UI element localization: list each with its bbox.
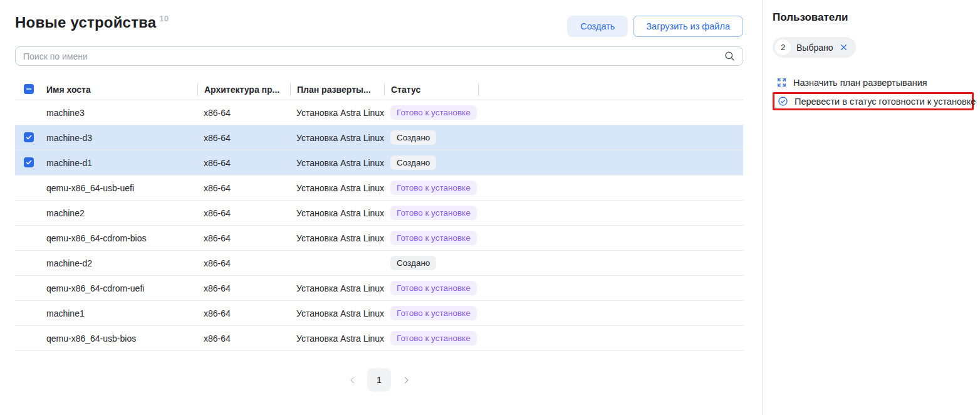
table-header: Имя хоста Архитектура пр... План разверт… (15, 79, 743, 100)
expand-icon (776, 77, 787, 88)
sidebar-action-label: Назначить план развертывания (793, 78, 927, 88)
selection-label: Выбрано (796, 43, 833, 53)
host-name-cell: machine-d1 (40, 158, 197, 168)
status-badge: Готово к установке (390, 105, 477, 120)
column-header-status[interactable]: Статус (384, 83, 478, 96)
toolbar: Создать Загрузить из файла (567, 16, 743, 37)
app-window: Новые устройства10 Создать Загрузить из … (0, 0, 980, 415)
status-badge: Готово к установке (390, 281, 477, 295)
device-count-badge: 10 (159, 14, 169, 23)
architecture-cell: x86-64 (197, 283, 290, 293)
status-cell: Готово к установке (384, 231, 478, 245)
status-badge: Готово к установке (390, 181, 477, 195)
architecture-cell: x86-64 (197, 233, 290, 243)
previous-page-button[interactable] (347, 375, 357, 385)
status-cell: Готово к установке (384, 306, 478, 320)
sidebar-panel: Пользователи 2 Выбрано Назначить план ра… (763, 0, 980, 415)
status-cell: Готово к установке (384, 331, 478, 345)
sidebar-action[interactable]: Перевести в статус готовности к установк… (773, 92, 974, 110)
row-checkbox-cell (15, 233, 40, 243)
architecture-cell: x86-64 (197, 208, 290, 218)
deployment-plan-cell: Установка Astra Linux (290, 208, 384, 218)
row-checkbox-cell (15, 107, 40, 118)
table-row[interactable]: qemu-x86_64-cdrom-uefi x86-64 Установка … (15, 276, 743, 301)
table-row[interactable]: qemu-x86_64-usb-bios x86-64 Установка As… (15, 326, 743, 351)
table-row[interactable]: machine-d3 x86-64 Установка Astra Linux … (15, 125, 743, 150)
row-checkbox-cell (15, 182, 40, 193)
page-title-text: Новые устройства (15, 14, 156, 31)
row-checkbox[interactable] (24, 132, 34, 142)
create-button[interactable]: Создать (567, 16, 628, 37)
table-row[interactable]: machine3 x86-64 Установка Astra Linux Го… (15, 100, 743, 125)
devices-table: Имя хоста Архитектура пр... План разверт… (15, 79, 743, 351)
deployment-plan-cell: Установка Astra Linux (290, 183, 384, 193)
selection-chip: 2 Выбрано (773, 37, 856, 58)
sidebar-action-label: Перевести в статус готовности к установк… (795, 97, 976, 107)
table-row[interactable]: machine1 x86-64 Установка Astra Linux Го… (15, 301, 743, 326)
next-page-button[interactable] (401, 375, 411, 385)
status-cell: Создано (384, 130, 478, 145)
host-name-cell: qemu-x86_64-usb-uefi (40, 183, 197, 193)
page-header: Новые устройства10 Создать Загрузить из … (15, 14, 743, 37)
status-cell: Готово к установке (384, 281, 478, 295)
column-header-filler (478, 83, 743, 96)
sidebar-title: Пользователи (773, 11, 972, 24)
select-all-checkbox[interactable] (24, 84, 34, 94)
deployment-plan-cell: Установка Astra Linux (290, 233, 384, 243)
status-cell: Готово к установке (384, 181, 478, 195)
actions-list: Назначить план развертывания Перевести в… (773, 74, 972, 110)
page-title: Новые устройства10 (15, 14, 169, 31)
status-cell: Готово к установке (384, 206, 478, 220)
row-checkbox-cell (15, 333, 40, 344)
status-cell: Создано (384, 256, 478, 270)
table-row[interactable]: machine-d1 x86-64 Установка Astra Linux … (15, 150, 743, 176)
host-name-cell: machine-d2 (40, 258, 197, 268)
deployment-plan-cell: Установка Astra Linux (290, 308, 384, 318)
status-badge: Создано (390, 155, 436, 170)
host-name-cell: machine2 (40, 208, 197, 218)
table-row[interactable]: qemu-x86_64-usb-uefi x86-64 Установка As… (15, 176, 743, 201)
status-badge: Готово к установке (390, 206, 477, 220)
sidebar-action[interactable]: Назначить план развертывания (773, 74, 974, 91)
search-icon[interactable] (724, 50, 736, 62)
architecture-cell: x86-64 (197, 108, 290, 118)
column-header-host[interactable]: Имя хоста (40, 85, 197, 95)
pagination: 1 (15, 368, 743, 392)
table-row[interactable]: machine2 x86-64 Установка Astra Linux Го… (15, 201, 743, 226)
row-checkbox-cell (15, 283, 40, 293)
upload-from-file-button[interactable]: Загрузить из файла (633, 16, 743, 37)
host-name-cell: machine-d3 (40, 133, 197, 143)
deployment-plan-cell: Установка Astra Linux (290, 334, 384, 344)
column-header-plan[interactable]: План разверты... (290, 83, 384, 96)
host-name-cell: machine1 (40, 308, 197, 318)
header-checkbox-cell (15, 84, 40, 95)
status-badge: Готово к установке (390, 306, 477, 320)
status-cell: Создано (384, 155, 478, 170)
row-checkbox-cell (15, 208, 40, 218)
architecture-cell: x86-64 (197, 258, 290, 268)
architecture-cell: x86-64 (197, 183, 290, 193)
architecture-cell: x86-64 (197, 334, 290, 344)
main-content: Новые устройства10 Создать Загрузить из … (0, 0, 763, 415)
status-cell: Готово к установке (384, 105, 478, 120)
column-header-architecture[interactable]: Архитектура пр... (197, 83, 290, 96)
clear-selection-icon[interactable] (839, 43, 848, 52)
row-checkbox-cell (15, 157, 40, 168)
architecture-cell: x86-64 (197, 133, 290, 143)
deployment-plan-cell: Установка Astra Linux (290, 158, 384, 168)
architecture-cell: x86-64 (197, 308, 290, 318)
search-input[interactable] (15, 46, 743, 66)
page-number-button[interactable]: 1 (367, 368, 391, 392)
deployment-plan-cell: Установка Astra Linux (290, 133, 384, 143)
host-name-cell: qemu-x86_64-cdrom-bios (40, 233, 197, 243)
row-checkbox[interactable] (24, 157, 34, 167)
table-row[interactable]: machine-d2 x86-64 Создано (15, 251, 743, 276)
row-checkbox-cell (15, 258, 40, 268)
table-row[interactable]: qemu-x86_64-cdrom-bios x86-64 Установка … (15, 226, 743, 251)
architecture-cell: x86-64 (197, 158, 290, 168)
host-name-cell: machine3 (40, 108, 197, 118)
deployment-plan-cell: Установка Astra Linux (290, 283, 384, 293)
host-name-cell: qemu-x86_64-cdrom-uefi (40, 283, 197, 293)
status-badge: Готово к установке (390, 231, 477, 245)
status-badge: Создано (390, 130, 436, 145)
